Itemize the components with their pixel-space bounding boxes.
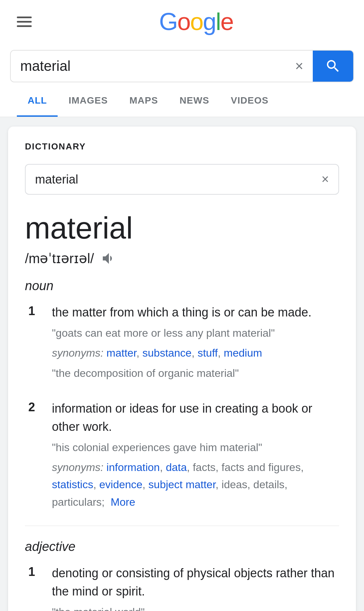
- synonym-information[interactable]: information: [107, 461, 160, 473]
- noun-def-1: 1 the matter from which a thing is or ca…: [28, 303, 339, 385]
- pronunciation-row: /məˈtɪərɪəl/: [25, 250, 339, 267]
- adj-def-number-1: 1: [28, 565, 42, 611]
- synonym-substance[interactable]: substance: [143, 347, 192, 359]
- tab-news[interactable]: NEWS: [169, 86, 220, 117]
- search-input[interactable]: [11, 51, 285, 82]
- synonyms-label-1: synonyms:: [52, 347, 107, 359]
- dictionary-search-input[interactable]: [35, 172, 322, 187]
- synonyms-1: synonyms: matter, substance, stuff, medi…: [52, 344, 339, 362]
- synonym-data[interactable]: data: [166, 461, 187, 473]
- adj-def-1: 1 denoting or consisting of physical obj…: [28, 564, 339, 611]
- def-example-2: "his colonial experiences gave him mater…: [52, 439, 339, 455]
- synonym-subject-matter[interactable]: subject matter: [148, 478, 215, 491]
- search-button[interactable]: [313, 51, 353, 82]
- def-text-1: the matter from which a thing is or can …: [52, 303, 339, 322]
- adjective-definitions: 1 denoting or consisting of physical obj…: [25, 564, 339, 611]
- adj-def-example-1: "the material world": [52, 604, 339, 611]
- synonym-matter[interactable]: matter: [107, 347, 136, 359]
- synonym-stuff[interactable]: stuff: [198, 347, 218, 359]
- def-number-1: 1: [28, 304, 42, 385]
- def-extra-example-1: "the decomposition of organic material": [52, 365, 339, 381]
- dictionary-clear-button[interactable]: ×: [322, 172, 329, 187]
- tab-videos[interactable]: VIDEOS: [220, 86, 279, 117]
- search-bar: ×: [10, 50, 354, 82]
- audio-icon[interactable]: [101, 250, 117, 267]
- search-tabs: ALL IMAGES MAPS NEWS VIDEOS: [10, 86, 354, 117]
- pos-divider: [25, 526, 339, 526]
- header: Google: [0, 0, 364, 43]
- adj-def-text-1: denoting or consisting of physical objec…: [52, 564, 339, 601]
- dictionary-card: DICTIONARY × material /məˈtɪərɪəl/ noun …: [8, 127, 356, 611]
- synonym-medium[interactable]: medium: [224, 347, 262, 359]
- word-title: material: [25, 212, 339, 245]
- tab-all[interactable]: ALL: [17, 86, 58, 117]
- def-text-2: information or ideas for use in creating…: [52, 399, 339, 436]
- noun-def-2: 2 information or ideas for use in creati…: [28, 399, 339, 511]
- adj-def-content-1: denoting or consisting of physical objec…: [52, 564, 339, 611]
- pronunciation-text: /məˈtɪərɪəl/: [25, 251, 94, 266]
- search-clear-button[interactable]: ×: [285, 51, 313, 81]
- synonyms-label-2: synonyms:: [52, 461, 107, 473]
- dictionary-label: DICTIONARY: [25, 141, 339, 152]
- more-synonyms-link[interactable]: More: [111, 496, 135, 508]
- google-logo: Google: [42, 9, 351, 34]
- search-container: × ALL IMAGES MAPS NEWS VIDEOS: [0, 43, 364, 117]
- tab-images[interactable]: IMAGES: [58, 86, 118, 117]
- synonym-evidence[interactable]: evidence: [99, 478, 142, 491]
- def-example-1: "goats can eat more or less any plant ma…: [52, 325, 339, 341]
- def-content-1: the matter from which a thing is or can …: [52, 303, 339, 385]
- def-content-2: information or ideas for use in creating…: [52, 399, 339, 511]
- def-number-2: 2: [28, 400, 42, 511]
- dictionary-search-box: ×: [25, 164, 339, 195]
- search-icon: [325, 58, 341, 74]
- hamburger-menu[interactable]: [13, 13, 35, 30]
- pos-noun: noun: [25, 279, 339, 293]
- noun-definitions: 1 the matter from which a thing is or ca…: [25, 303, 339, 511]
- synonym-statistics[interactable]: statistics: [52, 478, 93, 491]
- pos-adjective: adjective: [25, 539, 339, 554]
- synonyms-2: synonyms: information, data, facts, fact…: [52, 459, 339, 511]
- tab-maps[interactable]: MAPS: [119, 86, 169, 117]
